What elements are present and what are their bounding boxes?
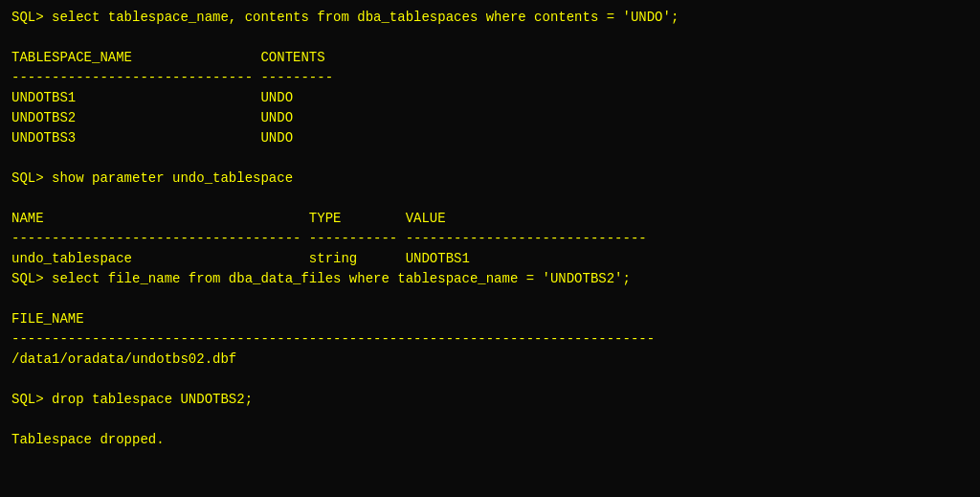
output-line: NAME TYPE VALUE (11, 209, 969, 229)
output-line: ----------------------------------------… (11, 329, 969, 350)
output-line: Tablespace dropped. (11, 430, 969, 450)
output-line: FILE_NAME (11, 309, 969, 329)
output-line: ------------------------------------ ---… (11, 229, 969, 249)
blank-line (11, 148, 969, 169)
sql-prompt-line: SQL> select tablespace_name, contents fr… (11, 8, 969, 28)
sql-prompt-line: SQL> select file_name from dba_data_file… (11, 269, 969, 289)
output-line: /data1/oradata/undotbs02.dbf (11, 350, 969, 370)
output-line: UNDOTBS1 UNDO (11, 88, 969, 108)
blank-line (11, 189, 969, 209)
output-line: UNDOTBS2 UNDO (11, 108, 969, 128)
sql-prompt-line: SQL> drop tablespace UNDOTBS2; (11, 390, 969, 410)
blank-line (11, 289, 969, 309)
output-line: ------------------------------ --------- (11, 68, 969, 88)
output-line: UNDOTBS3 UNDO (11, 128, 969, 148)
output-line: undo_tablespace string UNDOTBS1 (11, 249, 969, 269)
blank-line (11, 410, 969, 430)
output-line: TABLESPACE_NAME CONTENTS (11, 48, 969, 68)
blank-line (11, 370, 969, 390)
blank-line (11, 28, 969, 48)
terminal-window[interactable]: SQL> select tablespace_name, contents fr… (0, 0, 980, 497)
sql-prompt-line: SQL> show parameter undo_tablespace (11, 169, 969, 189)
